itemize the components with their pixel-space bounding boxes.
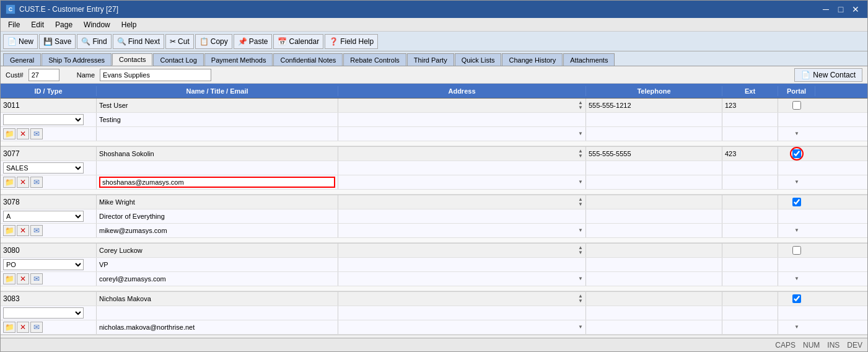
tab-contact-log[interactable]: Contact Log (153, 53, 203, 66)
scroll-down-3083[interactable]: ▼ (794, 325, 799, 330)
type-select-3078[interactable]: A (3, 211, 84, 222)
cut-label: Cut (178, 37, 190, 46)
addr3-down-3011[interactable]: ▼ (578, 131, 583, 136)
addr3-down-3080[interactable]: ▼ (578, 276, 583, 281)
menu-help[interactable]: Help (116, 19, 142, 30)
name-input[interactable] (100, 69, 211, 81)
delete-button-3080[interactable]: ✕ (17, 273, 29, 284)
minimize-button[interactable]: ─ (819, 4, 833, 15)
find-next-button[interactable]: 🔍 Find Next (113, 34, 164, 49)
tab-quick-lists[interactable]: Quick Lists (455, 53, 502, 66)
telephone-input-3011[interactable] (589, 102, 719, 109)
table-row: 📁 ✕ ✉ ▼ (1, 127, 867, 141)
addr3-down-3078[interactable]: ▼ (578, 228, 583, 233)
addr-down-3083[interactable]: ▼ (578, 299, 583, 304)
menu-window[interactable]: Window (79, 19, 115, 30)
email-input-3078[interactable] (99, 227, 335, 234)
close-button[interactable]: ✕ (849, 4, 862, 15)
scroll-down-3011[interactable]: ▼ (794, 131, 799, 136)
title-input-3011[interactable] (99, 116, 335, 123)
new-contact-button[interactable]: 📄 New Contact (794, 68, 862, 82)
email-input-3080[interactable] (99, 275, 335, 283)
portal-checkbox-3077[interactable] (792, 149, 801, 158)
type-cell-3011 (1, 113, 97, 126)
contact-name-input-3083[interactable] (99, 295, 335, 302)
field-help-button[interactable]: ❓ Field Help (325, 34, 378, 49)
folder-button-3080[interactable]: 📁 (3, 273, 15, 284)
tab-attachments[interactable]: Attachments (563, 53, 615, 66)
email-input-3083[interactable] (99, 323, 335, 331)
email-input-3011[interactable] (99, 130, 335, 138)
tab-contacts[interactable]: Contacts (112, 53, 152, 66)
telephone-input-3080[interactable] (589, 247, 719, 254)
calendar-button[interactable]: 📅 Calendar (273, 34, 323, 49)
telephone-input-3078[interactable] (589, 198, 719, 206)
ext-input-3078[interactable] (725, 198, 775, 206)
title-input-3077[interactable] (99, 164, 335, 172)
contact-name-input-3080[interactable] (99, 247, 335, 254)
cut-button[interactable]: ✂ Cut (165, 34, 194, 49)
paste-button[interactable]: 📌 Paste (234, 34, 273, 49)
type-select-3080[interactable]: PO (3, 259, 84, 270)
menu-edit[interactable]: Edit (26, 19, 49, 30)
addr3-down-3077[interactable]: ▼ (578, 180, 583, 185)
copy-button[interactable]: 📋 Copy (195, 34, 232, 49)
email-input-3077[interactable] (99, 177, 335, 188)
type-select-3077[interactable]: SALES (3, 162, 84, 174)
telephone-input-3077[interactable] (589, 150, 719, 157)
save-button[interactable]: 💾 Save (39, 34, 76, 49)
tab-rebate[interactable]: Rebate Controls (343, 53, 406, 66)
portal-checkbox-3080[interactable] (792, 246, 801, 255)
title-input-3083[interactable] (99, 309, 335, 317)
folder-button-3083[interactable]: 📁 (3, 322, 15, 333)
contact-name-input-3077[interactable] (99, 150, 335, 157)
tab-general[interactable]: General (3, 53, 41, 66)
email-button-3080[interactable]: ✉ (30, 273, 43, 284)
tab-confidential[interactable]: Confidential Notes (273, 53, 343, 66)
tab-third-party[interactable]: Third Party (407, 53, 454, 66)
type-select-3083[interactable] (3, 307, 84, 319)
portal-checkbox-3083[interactable] (792, 294, 801, 303)
email-button-3011[interactable]: ✉ (30, 128, 43, 139)
delete-button-3077[interactable]: ✕ (17, 177, 29, 188)
menu-page[interactable]: Page (50, 19, 77, 30)
addr-down-3078[interactable]: ▼ (578, 202, 583, 207)
email-button-3078[interactable]: ✉ (30, 225, 43, 236)
title-input-3080[interactable] (99, 261, 335, 268)
tab-ship-to[interactable]: Ship To Addresses (42, 53, 112, 66)
ext-input-3083[interactable] (725, 295, 775, 302)
addr-down-3077[interactable]: ▼ (578, 154, 583, 159)
cust-num-input[interactable] (28, 69, 59, 81)
delete-button-3011[interactable]: ✕ (17, 128, 29, 139)
addr3-down-3083[interactable]: ▼ (578, 325, 583, 330)
contact-name-input[interactable] (99, 102, 335, 109)
scroll-down-3077[interactable]: ▼ (794, 180, 799, 185)
portal-checkbox-3011[interactable] (792, 101, 801, 110)
ext-input-3077[interactable] (725, 150, 775, 157)
email-button-3077[interactable]: ✉ (30, 177, 43, 188)
find-button[interactable]: 🔍 Find (77, 34, 111, 49)
menu-file[interactable]: File (3, 19, 25, 30)
contact-name-input-3078[interactable] (99, 198, 335, 206)
addr-down-3080[interactable]: ▼ (578, 250, 583, 255)
contacts-scroll-area[interactable]: 3011 ▲ ▼ (1, 99, 867, 338)
delete-button-3083[interactable]: ✕ (17, 322, 29, 333)
folder-button-3077[interactable]: 📁 (3, 177, 15, 188)
tab-payment[interactable]: Payment Methods (204, 53, 273, 66)
ext-input-3011[interactable] (725, 102, 775, 109)
ext-input-3080[interactable] (725, 247, 775, 254)
delete-button-3078[interactable]: ✕ (17, 225, 29, 236)
new-button[interactable]: 📄 New (3, 34, 38, 49)
type-select-3011[interactable] (3, 114, 84, 125)
tab-change-history[interactable]: Change History (502, 53, 563, 66)
title-input-3078[interactable] (99, 213, 335, 220)
portal-checkbox-3078[interactable] (792, 198, 801, 206)
folder-button-3078[interactable]: 📁 (3, 225, 15, 236)
scroll-down-3078[interactable]: ▼ (794, 228, 799, 233)
addr-down-3011[interactable]: ▼ (578, 105, 583, 110)
telephone-input-3083[interactable] (589, 295, 719, 302)
folder-button-3011[interactable]: 📁 (3, 128, 15, 139)
maximize-button[interactable]: □ (834, 4, 848, 15)
email-button-3083[interactable]: ✉ (30, 322, 43, 333)
scroll-down-3080[interactable]: ▼ (794, 276, 799, 281)
